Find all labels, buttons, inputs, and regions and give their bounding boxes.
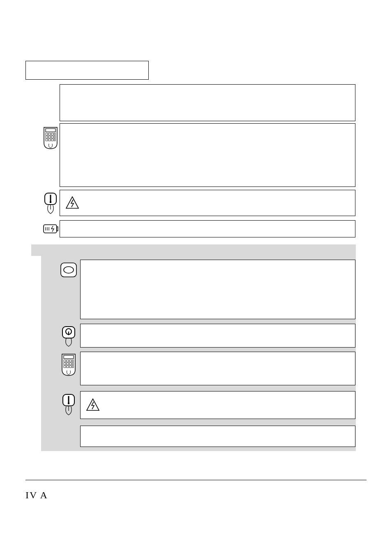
- svg-rect-5: [46, 136, 48, 138]
- instruction-row: [60, 123, 355, 187]
- calculator-icon: [60, 353, 77, 376]
- svg-rect-22: [57, 227, 58, 231]
- instruction-row: [60, 220, 355, 237]
- instruction-row-warning: [80, 391, 355, 419]
- svg-rect-2: [48, 133, 51, 135]
- svg-rect-0: [46, 129, 55, 132]
- instruction-row: [80, 426, 355, 447]
- svg-rect-9: [46, 139, 48, 141]
- ellipse-icon: [60, 262, 77, 278]
- svg-marker-17: [66, 197, 78, 208]
- svg-rect-11: [51, 139, 53, 141]
- instruction-row-warning: [60, 190, 355, 216]
- svg-rect-3: [51, 133, 53, 135]
- page-footer-label: IV A: [25, 490, 48, 501]
- footer-rule: [25, 480, 367, 480]
- svg-rect-1: [46, 133, 48, 135]
- svg-marker-45: [87, 399, 99, 410]
- page: IV A: [0, 0, 392, 555]
- calculator-icon: [42, 127, 59, 150]
- svg-rect-4: [54, 133, 55, 135]
- svg-rect-23: [61, 263, 76, 277]
- svg-rect-6: [48, 136, 51, 138]
- switch-on-icon: [42, 191, 59, 214]
- instruction-row: [80, 260, 355, 319]
- svg-rect-8: [54, 136, 55, 138]
- section-shade-top: [31, 244, 356, 256]
- battery-charge-icon: [42, 222, 59, 236]
- instruction-row: [60, 84, 355, 121]
- switch-on-icon: [60, 393, 77, 416]
- instruction-row: [80, 352, 355, 385]
- svg-rect-43: [68, 403, 69, 404]
- section-title-box: [25, 61, 149, 80]
- svg-rect-10: [48, 139, 51, 141]
- switch-off-icon: [60, 325, 77, 347]
- instruction-row: [80, 324, 355, 348]
- svg-rect-7: [51, 136, 53, 138]
- warning-bolt-icon: [85, 398, 100, 412]
- svg-rect-15: [50, 201, 51, 203]
- warning-bolt-icon: [65, 196, 80, 210]
- svg-rect-12: [54, 139, 55, 141]
